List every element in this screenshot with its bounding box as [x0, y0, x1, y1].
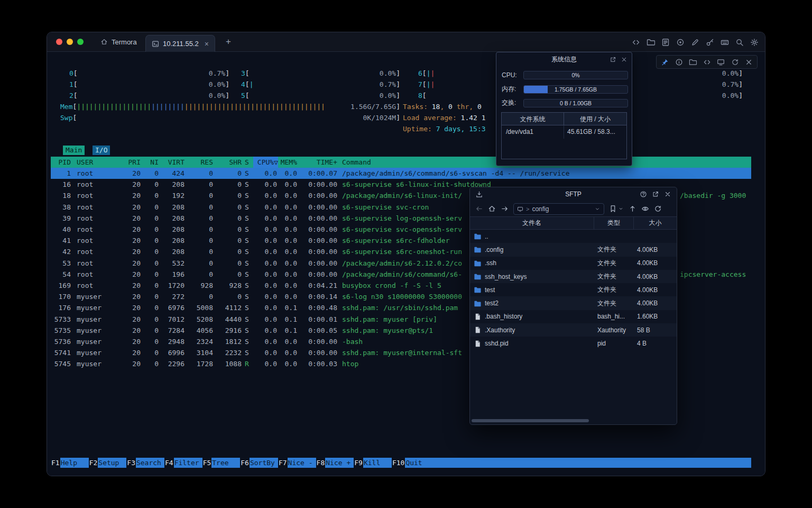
log-icon[interactable] — [661, 38, 670, 47]
help-icon[interactable] — [640, 190, 647, 198]
column-header-s[interactable]: S — [245, 157, 253, 168]
tab-session[interactable]: 10.211.55.2 × — [145, 35, 215, 52]
sftp-file-row[interactable]: .. — [470, 230, 677, 243]
close-icon[interactable] — [621, 56, 628, 63]
fkey-f4[interactable]: F4Filter — [164, 458, 202, 468]
column-header-time[interactable]: TIME+ — [299, 157, 337, 168]
refresh-button[interactable] — [654, 205, 662, 213]
folder-icon[interactable] — [689, 58, 697, 66]
sftp-file-row[interactable]: .bash_historybash_hi...1.60KB — [470, 310, 677, 323]
folder-icon[interactable] — [647, 38, 655, 47]
sftp-file-row[interactable]: ssh_host_keys文件夹4.00KB — [470, 270, 677, 283]
caret-down-icon — [618, 206, 624, 212]
htop-header-row[interactable]: PIDUSERPRINIVIRTRESSHRSCPU%▽MEM%TIME+Com… — [51, 157, 751, 168]
file-size: 4.00KB — [634, 286, 677, 294]
swap-usage-bar: 0 B / 1.00GB — [523, 99, 628, 107]
tab-close-icon[interactable]: × — [205, 40, 209, 48]
file-name: .. — [485, 233, 488, 240]
sftp-file-row[interactable]: test文件夹4.00KB — [470, 283, 677, 296]
open-in-new-icon[interactable] — [610, 56, 616, 63]
keyboard-icon[interactable] — [721, 38, 729, 47]
column-header-pid[interactable]: PID — [51, 157, 71, 168]
column-header-ni[interactable]: NI — [137, 157, 159, 168]
tab-home[interactable]: Termora — [92, 32, 145, 51]
pin-icon[interactable] — [661, 58, 669, 66]
sftp-file-row[interactable]: .config文件夹4.00KB — [470, 243, 677, 256]
sftp-title: SFTP — [565, 190, 582, 198]
record-icon[interactable] — [676, 38, 685, 47]
close-icon[interactable] — [664, 190, 671, 198]
fkey-f3[interactable]: F3Search — [126, 458, 164, 468]
zoom-window-button[interactable] — [77, 39, 84, 45]
traffic-lights — [56, 39, 84, 45]
htop-tab-main[interactable]: Main — [63, 146, 85, 155]
sftp-file-row[interactable]: .ssh文件夹4.00KB — [470, 257, 677, 270]
column-header-res[interactable]: RES — [187, 157, 213, 168]
cpu-usage-row: CPU: 0% — [502, 70, 628, 79]
htop-tab-io[interactable]: I/O — [93, 146, 110, 155]
open-in-new-icon[interactable] — [652, 190, 659, 198]
fkey-f7[interactable]: F7Nice - — [278, 458, 316, 468]
sftp-file-row[interactable]: .XauthorityXauthority58 B — [470, 323, 677, 337]
fkey-f6[interactable]: F6SortBy — [240, 458, 278, 468]
info-icon[interactable] — [675, 58, 683, 66]
column-header-size[interactable]: 大小 — [634, 217, 677, 229]
fkey-f5[interactable]: F5Tree — [202, 458, 241, 468]
cpu-meter-3: 3[0.0%] — [241, 68, 400, 79]
file-size: 4.00KB — [634, 273, 677, 280]
scrollbar-thumb[interactable] — [472, 419, 589, 422]
tab-session-label: 10.211.55.2 — [163, 40, 199, 48]
system-info-title: 系统信息 — [551, 55, 577, 64]
back-button[interactable] — [475, 205, 483, 213]
folder-icon — [474, 286, 482, 294]
up-directory-button[interactable] — [629, 205, 636, 213]
edit-icon[interactable] — [691, 38, 699, 47]
close-icon[interactable] — [745, 58, 753, 66]
column-header-cpu[interactable]: CPU%▽ — [253, 157, 278, 168]
filesystem-table-header: 文件系统使用 / 大小 — [502, 113, 626, 125]
column-header-user[interactable]: USER — [77, 157, 118, 168]
fkey-f10[interactable]: F10Quit — [392, 458, 433, 468]
bookmark-button[interactable] — [609, 205, 624, 213]
show-hidden-button[interactable] — [641, 205, 649, 213]
fkey-f1[interactable]: F1Help — [51, 458, 89, 468]
settings-icon[interactable] — [750, 38, 759, 47]
path-breadcrumb[interactable]: > config — [513, 203, 604, 215]
cpu-meter-4: 4[|0.7%] — [241, 79, 400, 90]
column-header-shr[interactable]: SHR — [215, 157, 242, 168]
horizontal-scrollbar[interactable] — [472, 419, 675, 422]
column-header-virt[interactable]: VIRT — [158, 157, 184, 168]
display-icon[interactable] — [717, 58, 725, 66]
close-window-button[interactable] — [56, 39, 62, 45]
htop-process-row[interactable]: 1root20042400S0.00.00:00.07/package/admi… — [51, 168, 751, 179]
memory-usage-bar: 1.75GB / 7.65GB — [523, 85, 628, 94]
fkey-f2[interactable]: F2Setup — [89, 458, 127, 468]
sftp-table-header[interactable]: 文件名 类型 大小 — [470, 216, 677, 230]
home-button[interactable] — [488, 205, 496, 213]
system-info-panel: 系统信息 CPU: 0% 内存: 1.75GB / 7.65GB 交换: — [496, 52, 632, 166]
code-icon[interactable] — [703, 58, 711, 66]
refresh-icon[interactable] — [731, 58, 739, 66]
tab-home-label: Termora — [112, 38, 137, 46]
fkey-f9[interactable]: F9Kill — [354, 458, 392, 468]
key-icon[interactable] — [706, 38, 714, 47]
column-header-filename[interactable]: 文件名 — [470, 217, 594, 229]
floating-toolbar — [656, 55, 758, 69]
code-icon[interactable] — [632, 38, 640, 47]
sftp-file-row[interactable]: sshd.pidpid4 B — [470, 337, 677, 350]
forward-button[interactable] — [501, 205, 509, 213]
minimize-window-button[interactable] — [67, 39, 73, 45]
caret-down-icon[interactable] — [594, 206, 601, 212]
file-icon — [474, 326, 482, 334]
download-icon[interactable] — [475, 190, 483, 198]
file-name: test2 — [485, 300, 499, 307]
fkey-f8[interactable]: F8Nice + — [316, 458, 354, 468]
column-header-mem[interactable]: MEM% — [279, 157, 297, 168]
filesystem-row[interactable]: /dev/vda145.61GB / 58.3... — [502, 125, 626, 139]
sftp-file-row[interactable]: test2文件夹4.00KB — [470, 296, 677, 310]
search-icon[interactable] — [735, 38, 744, 47]
new-tab-button[interactable]: + — [223, 37, 234, 47]
file-type: 文件夹 — [594, 259, 634, 268]
breadcrumb-segment[interactable]: config — [532, 205, 549, 213]
column-header-type[interactable]: 类型 — [594, 217, 634, 229]
